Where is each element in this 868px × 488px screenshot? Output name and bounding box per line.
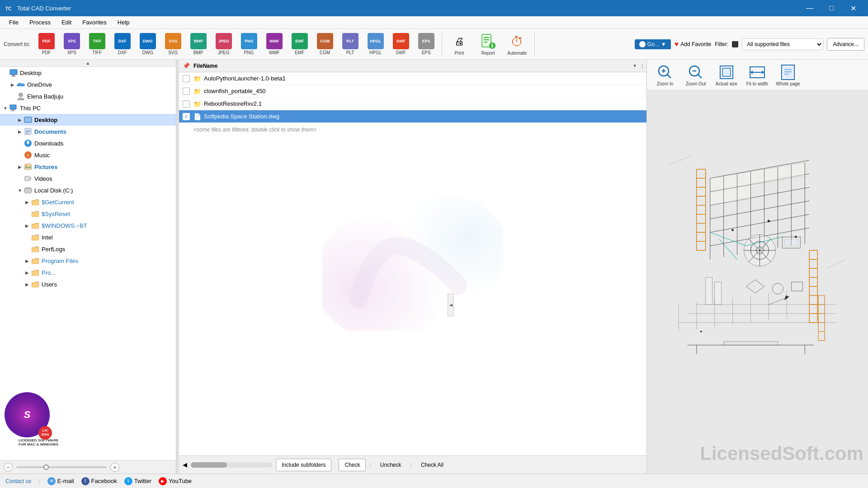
- check-all-button[interactable]: Check All: [415, 459, 449, 471]
- email-link[interactable]: ✉ E-mail: [47, 477, 74, 485]
- filtered-message[interactable]: <some files are filtered, double click t…: [179, 123, 646, 136]
- format-svg[interactable]: SVG SVG: [161, 32, 185, 56]
- close-button[interactable]: ✕: [843, 0, 863, 16]
- format-dxf[interactable]: DXF DXF: [111, 32, 134, 56]
- tree-item-perflogs[interactable]: PerfLogs: [0, 243, 176, 255]
- tree-item-thispc[interactable]: ▼ This PC: [0, 102, 176, 114]
- zoom-plus-button[interactable]: +: [110, 463, 119, 472]
- format-tiff[interactable]: TIFF TIFF: [85, 32, 109, 56]
- format-eps[interactable]: EPS EPS: [415, 32, 438, 56]
- tree-item-getcurrent[interactable]: ▶ $GetCurrent: [0, 196, 176, 208]
- contact-us-link[interactable]: Contact us: [5, 478, 31, 484]
- tree-item-desktop[interactable]: Desktop: [0, 67, 176, 79]
- menu-process[interactable]: Process: [24, 17, 56, 28]
- format-wmf[interactable]: WMF WMF: [263, 32, 286, 56]
- twitter-link[interactable]: t Twitter: [124, 477, 151, 485]
- report-button[interactable]: $ Report: [475, 32, 502, 56]
- expand-localc[interactable]: ▼: [16, 187, 24, 194]
- file-row[interactable]: 📁 RebootRestoreRxv2.1: [179, 98, 646, 110]
- file-checkbox-3[interactable]: ✓: [183, 113, 190, 120]
- whole-page-button[interactable]: Whole page: [774, 62, 802, 87]
- tree-item-users[interactable]: ▶ Users: [0, 278, 176, 290]
- tree-item-programfiles[interactable]: ▶ Program Files: [0, 255, 176, 267]
- format-jpeg[interactable]: JPEG JPEG: [212, 32, 236, 56]
- expand-programfiles[interactable]: ▶: [24, 257, 31, 264]
- expand-pictures[interactable]: ▶: [16, 163, 24, 170]
- minimize-button[interactable]: —: [799, 0, 820, 16]
- tree-item-sysreset[interactable]: $SysReset: [0, 208, 176, 220]
- format-dwg[interactable]: DWG DWG: [136, 32, 160, 56]
- format-emf[interactable]: EMF EMF: [288, 32, 311, 56]
- expand-music[interactable]: [16, 151, 24, 159]
- zoom-minus-button[interactable]: −: [4, 463, 13, 472]
- format-plt[interactable]: PLT PLT: [339, 32, 362, 56]
- menu-edit[interactable]: Edit: [56, 17, 77, 28]
- menu-help[interactable]: Help: [112, 17, 135, 28]
- sort-icon[interactable]: ▼: [632, 63, 637, 68]
- file-row[interactable]: 📁 clownfish_portable_450: [179, 85, 646, 98]
- facebook-link[interactable]: f Facebook: [81, 477, 117, 485]
- add-favorite-button[interactable]: ♥ Add Favorite: [675, 40, 712, 48]
- tree-item-winbt[interactable]: ▶ $WINDOWS.~BT: [0, 220, 176, 231]
- tree-item-downloads[interactable]: Downloads: [0, 137, 176, 149]
- expand-videos[interactable]: [16, 175, 24, 182]
- zoom-slider[interactable]: [16, 466, 107, 468]
- include-subfolders-button[interactable]: Include subfolders: [276, 459, 331, 471]
- tree-item-programfilesx86[interactable]: ▶ Pro...: [0, 267, 176, 278]
- format-swf[interactable]: SWF SWF: [389, 32, 413, 56]
- expand-thispc[interactable]: ▼: [2, 104, 9, 112]
- expand-users[interactable]: ▶: [24, 281, 31, 288]
- expand-perflogs[interactable]: [24, 245, 31, 253]
- tree-scroll-up[interactable]: ▲: [0, 60, 176, 67]
- tree-item-elena[interactable]: Elena Badjuju: [0, 90, 176, 102]
- advanced-filter-button[interactable]: Advance...: [827, 38, 864, 51]
- maximize-button[interactable]: □: [821, 0, 842, 16]
- tree-item-localc[interactable]: ▼ Local Disk (C:): [0, 184, 176, 196]
- expand-desktop2[interactable]: ▶: [16, 116, 24, 123]
- format-hpgl[interactable]: HPGL HPGL: [364, 32, 387, 56]
- menu-favorites[interactable]: Favorites: [77, 17, 112, 28]
- expand-downloads[interactable]: [16, 140, 24, 147]
- file-checkbox-0[interactable]: [183, 75, 190, 82]
- expand-desktop[interactable]: [2, 69, 9, 76]
- expand-onedrive[interactable]: ▶: [9, 81, 16, 88]
- horizontal-scrollbar[interactable]: [191, 462, 272, 468]
- automate-button[interactable]: ⏱ Automate: [504, 32, 531, 56]
- tree-item-intel[interactable]: Intel: [0, 231, 176, 243]
- tree-item-music[interactable]: ♪ Music: [0, 149, 176, 161]
- expand-intel[interactable]: [24, 234, 31, 241]
- filter-select[interactable]: All supported files: [742, 38, 823, 50]
- expand-sysreset[interactable]: [24, 210, 31, 217]
- expand-getcurrent[interactable]: ▶: [24, 198, 31, 206]
- actual-size-button[interactable]: Actual size: [712, 62, 741, 87]
- file-row-selected[interactable]: ✓ 📄 Softpedia Space Station.dwg: [179, 110, 646, 123]
- format-cgm[interactable]: CGM CGM: [313, 32, 337, 56]
- tree-item-videos[interactable]: Videos: [0, 173, 176, 184]
- zoom-in-button[interactable]: Zoom In: [651, 62, 679, 87]
- format-bmp[interactable]: BMP BMP: [187, 32, 210, 56]
- file-checkbox-1[interactable]: [183, 88, 190, 95]
- youtube-link[interactable]: ▶ YouTube: [159, 477, 192, 485]
- expand-programfilesx86[interactable]: ▶: [24, 269, 31, 276]
- format-xps[interactable]: XPS XPS: [60, 32, 84, 56]
- tree-item-desktop-selected[interactable]: ▶ Desktop: [0, 114, 176, 126]
- tree-item-documents[interactable]: ▶ Documents: [0, 126, 176, 137]
- tree-item-onedrive[interactable]: ▶ OneDrive: [0, 79, 176, 90]
- uncheck-button[interactable]: Uncheck: [375, 459, 407, 471]
- go-button[interactable]: Go... ▼: [635, 39, 671, 49]
- preview-scroll-left[interactable]: ◀: [448, 294, 454, 316]
- fit-to-width-button[interactable]: Fit to width: [743, 62, 772, 87]
- format-pdf[interactable]: PDF PDF: [35, 32, 58, 56]
- format-png[interactable]: PNG PNG: [237, 32, 261, 56]
- scrollbar-thumb[interactable]: [191, 462, 227, 468]
- tree-item-pictures[interactable]: ▶ Pictures: [0, 161, 176, 173]
- zoom-slider-thumb[interactable]: [43, 465, 49, 470]
- file-row[interactable]: 📁 AutoPythonLauncher-1.0-beta1: [179, 72, 646, 85]
- check-button[interactable]: Check: [339, 459, 366, 471]
- file-checkbox-2[interactable]: [183, 100, 190, 108]
- zoom-out-button[interactable]: Zoom Out: [681, 62, 710, 87]
- expand-elena[interactable]: [9, 93, 16, 100]
- print-button[interactable]: 🖨 Print: [446, 32, 473, 56]
- scroll-left-arrow[interactable]: ◀: [183, 461, 187, 468]
- expand-winbt[interactable]: ▶: [24, 222, 31, 229]
